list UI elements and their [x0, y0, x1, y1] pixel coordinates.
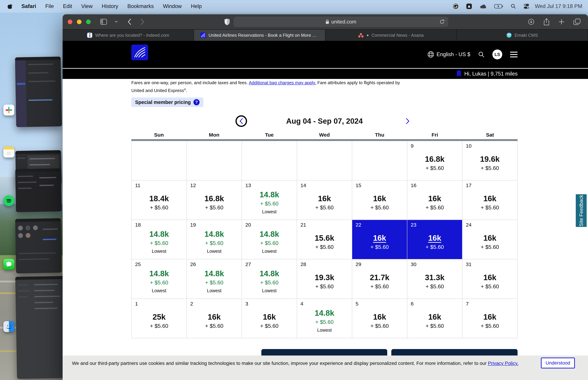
spotify-app-icon[interactable]: [3, 195, 14, 206]
calendar-day-cell[interactable]: 2316k+ $5.60: [407, 220, 462, 259]
day-number: 29: [356, 262, 361, 267]
calendar-day-cell[interactable]: 2014.8k+ $5.60Lowest: [242, 220, 297, 259]
calendar-date-range: Aug 04 - Sep 07, 2024: [286, 117, 363, 125]
calendar-day-cell[interactable]: 716k+ $5.60: [462, 299, 518, 338]
fare-fee: + $5.60: [315, 244, 334, 250]
special-pricing-label: Special member pricing: [135, 99, 191, 105]
cloud-icon[interactable]: [480, 3, 487, 9]
browser-tab-united[interactable]: United Airlines Reservations - Book a Fl…: [194, 30, 325, 41]
calendar-day-cell[interactable]: 516k+ $5.60: [352, 299, 407, 338]
forward-button[interactable]: [140, 18, 144, 25]
calendar-day-cell[interactable]: 2714.8k+ $5.60Lowest: [242, 259, 297, 299]
calendar-day-cell[interactable]: 125k+ $5.60: [132, 299, 187, 338]
calendar-day-cell[interactable]: 316k+ $5.60: [242, 299, 297, 338]
close-window-button[interactable]: [68, 19, 72, 24]
calendar-day-cell[interactable]: 1019.6k+ $5.60: [462, 141, 518, 180]
calendar-day-cell[interactable]: 2115.6k+ $5.60: [297, 220, 352, 259]
site-feedback-tab[interactable]: Site Feedback: [576, 194, 587, 227]
calendar-day-cell[interactable]: 1616k+ $5.60: [407, 180, 462, 220]
finder-window-thumbnail[interactable]: [15, 276, 66, 379]
language-selector[interactable]: English - US $: [427, 51, 470, 58]
tab-overview-icon[interactable]: [573, 19, 581, 25]
notes-app-icon[interactable]: [3, 147, 14, 157]
menu-item-window[interactable]: Window: [163, 3, 182, 9]
share-icon[interactable]: [543, 18, 550, 25]
calendar-day-cell[interactable]: 3031.3k+ $5.60: [407, 259, 462, 299]
reload-icon[interactable]: [439, 19, 445, 25]
calendar-day-cell[interactable]: 2921.7k+ $5.60: [352, 259, 407, 299]
calendar-day-cell[interactable]: 1314.8k+ $5.60Lowest: [242, 180, 297, 220]
apple-menu-icon[interactable]: [7, 3, 13, 9]
calendar-day-cell[interactable]: 414.8k+ $5.60Lowest: [297, 299, 352, 338]
calendar-day-cell[interactable]: 2416k+ $5.60: [462, 220, 518, 259]
privacy-shield-icon[interactable]: [224, 18, 230, 25]
messages-window-thumbnail[interactable]: [15, 218, 62, 273]
battery-icon[interactable]: [494, 4, 503, 9]
browser-tab-emaki[interactable]: Emaki CMS: [457, 30, 588, 41]
sidebar-chevron-icon[interactable]: [114, 20, 118, 23]
menu-item-bookmarks[interactable]: Bookmarks: [127, 3, 154, 9]
triangle-app-icon[interactable]: [466, 3, 472, 9]
menu-item-help[interactable]: Help: [191, 3, 202, 9]
united-logo[interactable]: [131, 45, 148, 60]
browser-tab-asana[interactable]: ● Commercial News - Asana: [325, 30, 457, 41]
fare-fee: + $5.60: [205, 323, 223, 329]
minimize-window-button[interactable]: [77, 19, 81, 24]
fare-fee: + $5.60: [370, 283, 389, 290]
lowest-label: Lowest: [207, 288, 222, 293]
calendar-day-cell[interactable]: 2819.3k+ $5.60: [297, 259, 352, 299]
new-tab-icon[interactable]: [558, 19, 565, 25]
calendar-day-cell[interactable]: 1416k+ $5.60: [297, 180, 352, 220]
greeting[interactable]: Hi, Lukas | 9,751 miles: [456, 71, 518, 77]
fare-fee: + $5.60: [370, 244, 389, 250]
calendar-day-cell[interactable]: 1716k+ $5.60: [462, 180, 518, 220]
hamburger-menu-icon[interactable]: [510, 50, 518, 59]
calendar-day-cell[interactable]: 1914.8k+ $5.60Lowest: [187, 220, 242, 259]
special-member-pricing-chip[interactable]: Special member pricing ?: [131, 97, 203, 107]
finder-app-icon[interactable]: [3, 321, 14, 332]
calendar-day-cell[interactable]: 1216.8k+ $5.60: [187, 180, 242, 220]
calendar-day-cell[interactable]: 616k+ $5.60: [407, 299, 462, 338]
calendar-day-cell: [187, 141, 242, 180]
menu-item-edit[interactable]: Edit: [63, 3, 72, 9]
calendar-day-cell[interactable]: 1118.4k+ $5.60: [132, 180, 187, 220]
control-center-icon[interactable]: [524, 3, 530, 9]
address-bar[interactable]: united.com: [234, 17, 448, 27]
slack-app-icon[interactable]: [3, 105, 14, 115]
browser-tab-indeed[interactable]: Where are you located? - Indeed.com: [63, 30, 194, 41]
menu-item-file[interactable]: File: [45, 3, 54, 9]
url-text: united.com: [331, 19, 356, 25]
messages-app-icon[interactable]: [3, 259, 14, 270]
grammarly-icon[interactable]: [453, 3, 458, 9]
calendar-day-cell[interactable]: 3116k+ $5.60: [462, 259, 518, 299]
understood-button[interactable]: Understood: [541, 358, 575, 368]
account-avatar[interactable]: LS: [492, 50, 502, 59]
calendar-day-cell[interactable]: 2614.8k+ $5.60Lowest: [187, 259, 242, 299]
calendar-day-cell[interactable]: 2216k+ $5.60: [352, 220, 407, 259]
asana-favicon: [358, 33, 364, 38]
spotify-window-thumbnail[interactable]: [15, 168, 62, 212]
help-question-icon[interactable]: ?: [193, 99, 200, 105]
privacy-policy-link[interactable]: Privacy Policy.: [488, 361, 518, 366]
calendar-day-cell[interactable]: 1516k+ $5.60: [352, 180, 407, 220]
menu-item-view[interactable]: View: [81, 3, 93, 9]
calendar-day-cell[interactable]: 216k+ $5.60: [187, 299, 242, 338]
calendar-day-cell[interactable]: 2514.8k+ $5.60Lowest: [132, 259, 187, 299]
menu-item-history[interactable]: History: [102, 3, 118, 9]
downloads-icon[interactable]: [528, 18, 534, 25]
calendar-day-cell[interactable]: 916.8k+ $5.60: [407, 141, 462, 180]
zoom-window-button[interactable]: [86, 19, 91, 24]
calendar-day-cell[interactable]: 1814.8k+ $5.60Lowest: [132, 220, 187, 259]
search-icon[interactable]: [478, 51, 485, 58]
day-number: 21: [301, 222, 306, 228]
fare-miles: 31.3k: [425, 273, 444, 282]
slack-window-thumbnail[interactable]: [15, 57, 62, 127]
back-button[interactable]: [127, 18, 132, 25]
spotlight-search-icon[interactable]: [511, 3, 516, 9]
calendar-next-button[interactable]: [402, 115, 414, 127]
menu-app-name[interactable]: Safari: [21, 3, 36, 9]
sidebar-toggle-icon[interactable]: [100, 19, 108, 25]
calendar-prev-button[interactable]: [235, 115, 247, 127]
menu-bar-clock[interactable]: Wed Jul 17 9:18 PM: [535, 3, 582, 9]
bag-charges-link[interactable]: Additional bag charges may apply.: [249, 80, 316, 85]
